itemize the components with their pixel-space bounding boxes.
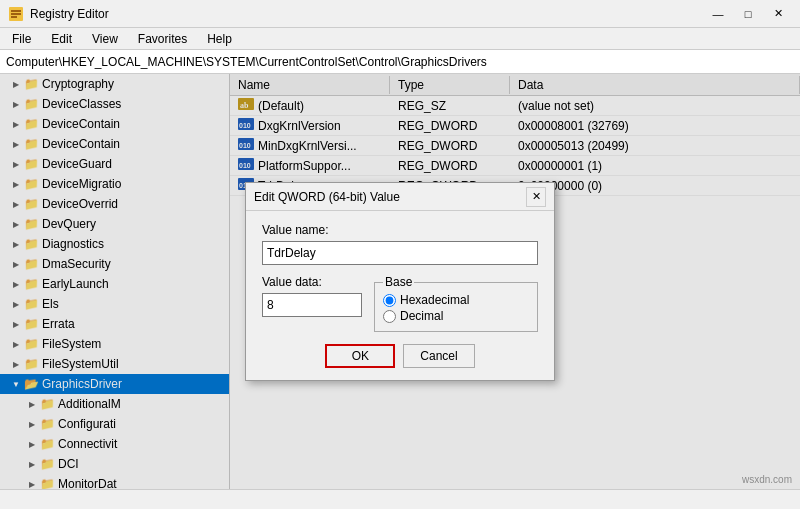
minimize-button[interactable]: —: [704, 4, 732, 24]
dialog-close-button[interactable]: ✕: [526, 187, 546, 207]
data-row: Value data: Base Hexadecimal Decimal: [262, 275, 538, 332]
value-data-input[interactable]: [262, 293, 362, 317]
address-bar: Computer\HKEY_LOCAL_MACHINE\SYSTEM\Curre…: [0, 50, 800, 74]
hexadecimal-radio[interactable]: [383, 294, 396, 307]
svg-rect-1: [11, 10, 21, 12]
menu-bar: FileEditViewFavoritesHelp: [0, 28, 800, 50]
modal-overlay: Edit QWORD (64-bit) Value ✕ Value name: …: [0, 74, 800, 489]
maximize-button[interactable]: □: [734, 4, 762, 24]
dialog-title-bar: Edit QWORD (64-bit) Value ✕: [246, 183, 554, 211]
title-bar-left: Registry Editor: [8, 6, 109, 22]
main-content: ▶📁Cryptography▶📁DeviceClasses▶📁DeviceCon…: [0, 74, 800, 489]
value-name-input[interactable]: [262, 241, 538, 265]
value-data-group: Value data:: [262, 275, 362, 332]
base-legend: Base: [383, 275, 414, 289]
app-icon: [8, 6, 24, 22]
title-bar: Registry Editor — □ ✕: [0, 0, 800, 28]
menu-item-file[interactable]: File: [4, 30, 39, 48]
status-bar: [0, 489, 800, 509]
value-name-label: Value name:: [262, 223, 538, 237]
menu-item-favorites[interactable]: Favorites: [130, 30, 195, 48]
decimal-label: Decimal: [400, 309, 443, 323]
value-data-label: Value data:: [262, 275, 362, 289]
menu-item-view[interactable]: View: [84, 30, 126, 48]
app-title: Registry Editor: [30, 7, 109, 21]
address-path: Computer\HKEY_LOCAL_MACHINE\SYSTEM\Curre…: [6, 55, 487, 69]
dialog-body: Value name: Value data: Base Hexadecimal: [246, 211, 554, 380]
close-button[interactable]: ✕: [764, 4, 792, 24]
edit-dialog: Edit QWORD (64-bit) Value ✕ Value name: …: [245, 182, 555, 381]
cancel-button[interactable]: Cancel: [403, 344, 474, 368]
ok-button[interactable]: OK: [325, 344, 395, 368]
title-bar-controls: — □ ✕: [704, 4, 792, 24]
hexadecimal-radio-row: Hexadecimal: [383, 293, 529, 307]
menu-item-help[interactable]: Help: [199, 30, 240, 48]
svg-rect-2: [11, 13, 21, 15]
menu-item-edit[interactable]: Edit: [43, 30, 80, 48]
dialog-buttons: OK Cancel: [262, 344, 538, 368]
decimal-radio[interactable]: [383, 310, 396, 323]
hexadecimal-label: Hexadecimal: [400, 293, 469, 307]
decimal-radio-row: Decimal: [383, 309, 529, 323]
svg-rect-3: [11, 16, 17, 18]
base-fieldset: Base Hexadecimal Decimal: [374, 275, 538, 332]
dialog-title: Edit QWORD (64-bit) Value: [254, 190, 400, 204]
